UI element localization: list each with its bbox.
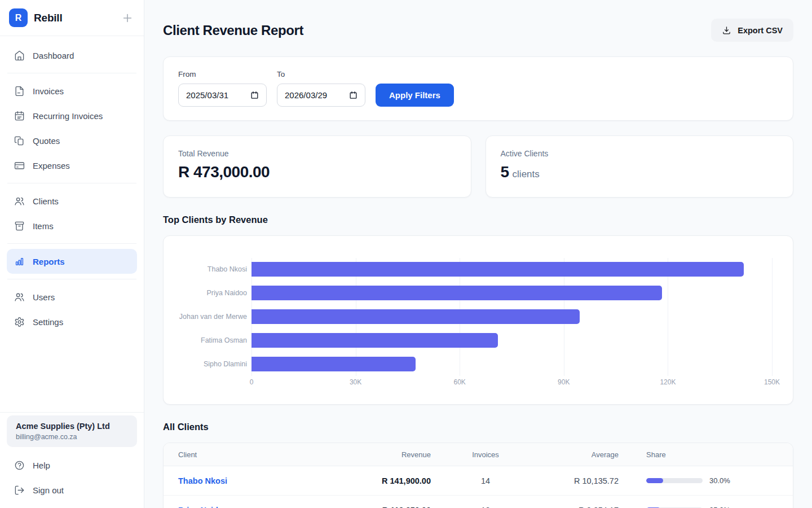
apply-filters-button[interactable]: Apply Filters xyxy=(376,84,454,107)
column-header-client: Client xyxy=(178,450,347,459)
clients-table: Client Revenue Invoices Average Share Th… xyxy=(163,443,793,508)
export-csv-button[interactable]: Export CSV xyxy=(711,19,793,42)
sign-out-label: Sign out xyxy=(33,485,64,495)
sidebar-header: R Rebill xyxy=(0,0,144,36)
from-label: From xyxy=(178,70,267,78)
chart-tick-label: 150K xyxy=(764,378,780,386)
export-csv-label: Export CSV xyxy=(738,26,783,35)
page-header: Client Revenue Report Export CSV xyxy=(163,19,793,42)
invoices-cell: 14 xyxy=(431,476,540,485)
share-label: 25.0% xyxy=(709,506,730,508)
sidebar-item-label: Clients xyxy=(33,196,59,206)
chart-category-label: Sipho Dlamini xyxy=(204,360,247,368)
revenue-bar-chart: Thabo Nkosi Priya Naidoo Johan van der M… xyxy=(251,262,772,371)
from-date-value: 2025/03/31 xyxy=(186,90,228,100)
sidebar-item-label: Expenses xyxy=(33,161,70,170)
app-name: Rebill xyxy=(34,12,63,24)
total-revenue-label: Total Revenue xyxy=(178,149,456,158)
to-date-input[interactable]: 2026/03/29 xyxy=(277,84,365,107)
table-section-title: All Clients xyxy=(163,422,793,432)
share-cell: 25.0% xyxy=(619,506,778,508)
chart-category-label: Johan van der Merwe xyxy=(179,313,247,321)
sidebar-item-label: Dashboard xyxy=(33,51,74,60)
revenue-cell: R 141,900.00 xyxy=(347,476,431,485)
chart-bar xyxy=(251,286,662,300)
chart-bar xyxy=(251,309,580,324)
sidebar: R Rebill Dashboard Invoices Recurr xyxy=(0,0,144,508)
sidebar-item-label: Settings xyxy=(33,317,63,327)
page-title: Client Revenue Report xyxy=(163,23,303,38)
active-clients-suffix: clients xyxy=(513,169,540,179)
chart-bar xyxy=(251,262,744,277)
download-icon xyxy=(722,25,731,35)
sidebar-item-label: Items xyxy=(33,221,54,231)
add-button[interactable] xyxy=(121,12,134,24)
nav-divider xyxy=(7,243,136,244)
archive-icon xyxy=(14,221,25,231)
sidebar-nav: Dashboard Invoices Recurring Invoices Qu… xyxy=(0,36,144,334)
nav-divider xyxy=(7,279,136,279)
share-cell: 30.0% xyxy=(619,476,778,485)
share-fill xyxy=(646,478,663,483)
users-icon xyxy=(14,292,25,303)
sidebar-item-label: Quotes xyxy=(33,136,60,146)
help-icon xyxy=(14,460,25,471)
sidebar-item-label: Reports xyxy=(33,257,65,266)
sidebar-item-quotes[interactable]: Quotes xyxy=(7,128,137,153)
help-button[interactable]: Help xyxy=(7,453,137,478)
app-logo: R xyxy=(9,8,28,27)
chart-bar-row: Sipho Dlamini xyxy=(251,357,772,371)
chart-tick-label: 120K xyxy=(660,378,676,386)
chart-bar-row: Fatima Osman xyxy=(251,333,772,348)
sidebar-item-users[interactable]: Users xyxy=(7,284,137,309)
chart-bar xyxy=(251,357,416,371)
sidebar-item-dashboard[interactable]: Dashboard xyxy=(7,43,137,68)
sidebar-item-settings[interactable]: Settings xyxy=(7,309,137,334)
share-progress-track xyxy=(646,478,703,483)
sidebar-item-reports[interactable]: Reports xyxy=(7,249,137,274)
sidebar-item-items[interactable]: Items xyxy=(7,213,137,238)
sidebar-item-invoices[interactable]: Invoices xyxy=(7,78,137,103)
total-revenue-value: R 473,000.00 xyxy=(178,163,456,181)
bar-chart-icon xyxy=(14,256,25,267)
to-field: To 2026/03/29 xyxy=(277,70,365,107)
calendar-picker-icon[interactable] xyxy=(349,91,358,99)
to-date-value: 2026/03/29 xyxy=(285,90,327,100)
from-field: From 2025/03/31 xyxy=(178,70,267,107)
home-icon xyxy=(14,50,25,61)
column-header-share: Share xyxy=(619,450,778,459)
chart-section-title: Top Clients by Revenue xyxy=(163,214,793,225)
chart-category-label: Fatima Osman xyxy=(201,336,247,344)
calendar-picker-icon[interactable] xyxy=(250,91,259,99)
active-clients-count: 5 xyxy=(501,163,509,181)
main-content: Client Revenue Report Export CSV From 20… xyxy=(144,0,812,508)
sidebar-item-clients[interactable]: Clients xyxy=(7,189,137,213)
filter-card: From 2025/03/31 To 2026/03/29 Apply Filt… xyxy=(163,56,793,121)
chart-category-label: Priya Naidoo xyxy=(206,289,247,297)
sidebar-item-expenses[interactable]: Expenses xyxy=(7,153,137,178)
file-icon xyxy=(14,86,25,97)
to-label: To xyxy=(277,70,365,78)
chart-bar-row: Priya Naidoo xyxy=(251,286,772,300)
chart-tick-label: 0 xyxy=(250,378,254,386)
share-label: 30.0% xyxy=(709,476,730,485)
client-link[interactable]: Priya Naidoo xyxy=(178,506,347,508)
average-cell: R 9,854.17 xyxy=(540,506,619,508)
company-card: Acme Supplies (Pty) Ltd billing@acme.co.… xyxy=(7,415,137,447)
revenue-chart-card: Thabo Nkosi Priya Naidoo Johan van der M… xyxy=(163,235,793,405)
column-header-average: Average xyxy=(540,450,619,459)
chart-tick-label: 90K xyxy=(558,378,570,386)
app-logo-letter: R xyxy=(15,13,22,23)
sidebar-item-recurring-invoices[interactable]: Recurring Invoices xyxy=(7,103,137,128)
revenue-cell: R 118,250.00 xyxy=(347,506,431,508)
from-date-input[interactable]: 2025/03/31 xyxy=(178,84,267,107)
table-row: Thabo Nkosi R 141,900.00 14 R 10,135.72 … xyxy=(164,466,793,496)
column-header-revenue: Revenue xyxy=(347,450,431,459)
help-label: Help xyxy=(33,461,50,470)
chart-category-label: Thabo Nkosi xyxy=(208,265,247,273)
client-link[interactable]: Thabo Nkosi xyxy=(178,476,347,485)
credit-card-icon xyxy=(14,160,25,171)
sign-out-button[interactable]: Sign out xyxy=(7,478,137,502)
calendar-icon xyxy=(14,111,25,121)
chart-bar-row: Johan van der Merwe xyxy=(251,309,772,324)
